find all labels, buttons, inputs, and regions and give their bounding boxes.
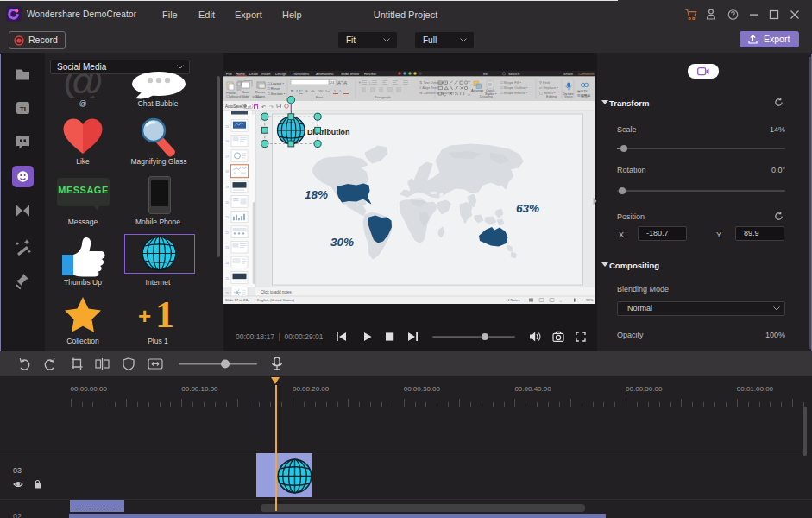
svg-text:22: 22 bbox=[226, 231, 230, 235]
svg-text:□ Shape Outline •: □ Shape Outline • bbox=[500, 85, 528, 90]
svg-text:⚲ Find: ⚲ Find bbox=[539, 80, 550, 85]
svg-text:□ Shape Effects •: □ Shape Effects • bbox=[500, 91, 527, 95]
svg-text:1.: 1. bbox=[369, 81, 372, 85]
svg-text:□ Shape Fill •: □ Shape Fill • bbox=[500, 80, 521, 85]
svg-text:□ Reset: □ Reset bbox=[268, 86, 280, 91]
svg-text:24: 24 bbox=[330, 80, 335, 85]
svg-text:63%: 63% bbox=[516, 202, 539, 215]
svg-text:Dictate: Dictate bbox=[563, 92, 574, 96]
svg-text:百度网盘: 百度网盘 bbox=[577, 93, 590, 98]
svg-text:Clipboard: Clipboard bbox=[226, 94, 241, 98]
svg-text:Home: Home bbox=[236, 72, 246, 76]
svg-text:AutoSave: AutoSave bbox=[225, 104, 242, 109]
svg-text:30%: 30% bbox=[330, 236, 354, 249]
svg-text:English (United States): English (United States) bbox=[257, 298, 294, 302]
svg-text:Review: Review bbox=[364, 72, 377, 76]
svg-text:▽: ▽ bbox=[559, 299, 563, 303]
svg-text:off: off bbox=[248, 105, 251, 109]
svg-text:16: 16 bbox=[226, 140, 230, 143]
svg-text:I: I bbox=[295, 89, 298, 93]
svg-text:Aˆ A: Aˆ A bbox=[337, 80, 347, 85]
svg-text:24: 24 bbox=[226, 262, 230, 265]
svg-text:File: File bbox=[226, 72, 232, 76]
svg-text:Animations: Animations bbox=[316, 72, 334, 76]
svg-text:98%: 98% bbox=[586, 298, 594, 302]
svg-text:18%: 18% bbox=[305, 188, 328, 201]
svg-text:Slide 17 of 26: Slide 17 of 26 bbox=[225, 298, 248, 302]
svg-text:AV: AV bbox=[318, 89, 324, 93]
svg-text:Click to add notes: Click to add notes bbox=[261, 290, 293, 294]
svg-text:15: 15 bbox=[226, 125, 230, 129]
svg-text:23: 23 bbox=[226, 246, 230, 250]
svg-text:Design: Design bbox=[275, 72, 287, 76]
svg-text:Arrange: Arrange bbox=[471, 88, 484, 92]
svg-text:20: 20 bbox=[226, 201, 230, 205]
svg-text:S: S bbox=[305, 89, 308, 93]
svg-text:Paste: Paste bbox=[226, 91, 236, 95]
svg-text:Insert: Insert bbox=[261, 72, 271, 76]
svg-text:□ Layout •: □ Layout • bbox=[268, 81, 284, 85]
svg-text:25: 25 bbox=[226, 277, 230, 281]
svg-text:⇅ Text Direction •: ⇅ Text Direction • bbox=[419, 80, 447, 85]
svg-text:ab: ab bbox=[311, 89, 315, 93]
svg-text:TI: TI bbox=[20, 105, 26, 113]
svg-text:保存到: 保存到 bbox=[577, 89, 588, 93]
svg-text:Slide Show: Slide Show bbox=[341, 72, 360, 76]
svg-text:Aa: Aa bbox=[324, 89, 330, 93]
svg-text:ext: ext bbox=[483, 72, 488, 76]
svg-text:19: 19 bbox=[226, 186, 230, 189]
svg-text:Draw: Draw bbox=[249, 72, 259, 76]
svg-text:U: U bbox=[299, 89, 303, 93]
svg-text:21: 21 bbox=[226, 216, 230, 219]
svg-text:Slideˇ: Slideˇ bbox=[242, 94, 251, 98]
svg-text:18: 18 bbox=[226, 170, 230, 174]
svg-text:17: 17 bbox=[226, 155, 230, 159]
svg-text:↷: ↷ bbox=[269, 104, 274, 110]
svg-text:Font: Font bbox=[316, 95, 324, 99]
svg-text:⇌ Replace •: ⇌ Replace • bbox=[539, 85, 558, 90]
svg-text:□ Section •: □ Section • bbox=[268, 92, 286, 96]
svg-text:Search: Search bbox=[508, 72, 520, 76]
svg-text:26: 26 bbox=[226, 292, 230, 295]
svg-text:▢ Select •: ▢ Select • bbox=[539, 91, 556, 95]
svg-text:☇ Notes: ☇ Notes bbox=[507, 298, 520, 302]
svg-text:↶: ↶ bbox=[261, 104, 266, 110]
svg-text:Paragraph: Paragraph bbox=[375, 95, 391, 99]
svg-text:Transitions: Transitions bbox=[292, 72, 309, 76]
svg-text:Styles •: Styles • bbox=[485, 92, 497, 96]
svg-text:Comments: Comments bbox=[578, 72, 595, 76]
svg-text:Share: Share bbox=[563, 72, 574, 76]
svg-text:⇆ Convert to SmartArt •: ⇆ Convert to SmartArt • bbox=[419, 91, 456, 95]
svg-text:Distribution: Distribution bbox=[307, 128, 349, 136]
svg-text:Slides: Slides bbox=[255, 94, 265, 98]
svg-text:Aˌ A: Aˌ A bbox=[333, 89, 342, 93]
svg-text:≡ Align Text •: ≡ Align Text • bbox=[419, 85, 440, 90]
